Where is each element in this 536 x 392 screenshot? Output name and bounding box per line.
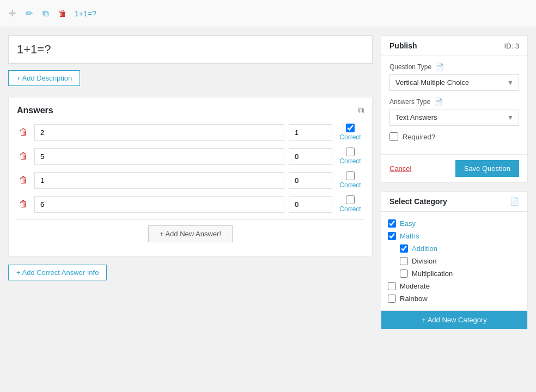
category-addition-checkbox[interactable] (400, 244, 408, 253)
save-question-label: Save Question (464, 164, 510, 173)
required-label: Required? (403, 133, 435, 141)
add-description-button[interactable]: + Add Description (8, 70, 80, 86)
copy-icon[interactable]: ⧉ (40, 7, 51, 21)
category-title: Select Category (389, 197, 447, 206)
category-multiplication-checkbox[interactable] (400, 270, 408, 278)
toolbar: ✛ ✏ ⧉ 🗑 1+1=? (0, 0, 536, 27)
delete-answer-3-button[interactable]: 🗑 (17, 174, 30, 186)
answer-1-correct-wrap: Correct (337, 124, 364, 141)
delete-answer-2-button[interactable]: 🗑 (17, 150, 30, 162)
category-moderate-label: Moderate (400, 282, 430, 290)
toolbar-title: 1+1=? (75, 9, 96, 18)
category-item-easy: Easy (388, 217, 521, 230)
category-header: Select Category 📄 (381, 192, 527, 212)
category-multiplication-label: Multiplication (412, 270, 453, 278)
category-item-maths: Maths (388, 230, 521, 242)
answer-4-correct-label: Correct (339, 205, 361, 213)
category-rainbow-label: Rainbow (400, 295, 428, 303)
category-body: Easy Maths Addition Division (381, 212, 527, 310)
answers-divider (17, 219, 364, 220)
publish-footer: Cancel Save Question (381, 154, 527, 182)
save-question-button[interactable]: Save Question (455, 160, 519, 177)
question-title-input[interactable] (8, 35, 373, 64)
answer-2-text-input[interactable] (34, 148, 284, 165)
delete-answer-4-button[interactable]: 🗑 (17, 198, 30, 210)
answer-1-text-input[interactable] (34, 124, 284, 141)
answer-4-correct-checkbox[interactable] (346, 195, 355, 204)
delete-answer-1-button[interactable]: 🗑 (17, 126, 30, 138)
question-type-select[interactable]: Vertical Multiple Choice Horizontal Mult… (389, 74, 519, 91)
answer-3-correct-label: Correct (339, 181, 361, 189)
answer-3-score-input[interactable] (289, 172, 332, 189)
category-rainbow-checkbox[interactable] (388, 295, 396, 303)
add-answer-label: + Add New Answer! (160, 230, 221, 238)
answer-2-correct-wrap: Correct (337, 148, 364, 165)
publish-title: Publish (389, 41, 417, 50)
publish-header: Publish ID: 3 (381, 36, 527, 56)
delete-icon[interactable]: 🗑 (56, 7, 69, 21)
question-type-icon: 📄 (435, 63, 444, 71)
answer-row: 🗑 Correct (17, 148, 364, 165)
category-footer: + Add New Category (381, 310, 527, 329)
category-item-moderate: Moderate (388, 280, 521, 292)
category-easy-label: Easy (400, 219, 416, 228)
answer-1-score-input[interactable] (289, 124, 332, 141)
category-addition-label: Addition (412, 244, 437, 253)
question-type-label: Question Type 📄 (389, 63, 519, 71)
question-type-label-text: Question Type (389, 63, 431, 71)
answer-row: 🗑 Correct (17, 195, 364, 213)
answers-type-select[interactable]: Text Answers Image Answers (389, 109, 519, 126)
cancel-button[interactable]: Cancel (389, 164, 411, 173)
main-layout: + Add Description Answers ⧉ 🗑 Correct 🗑 (0, 27, 536, 338)
category-division-checkbox[interactable] (400, 257, 408, 265)
answer-4-score-input[interactable] (289, 196, 332, 213)
answers-header: Answers ⧉ (17, 106, 364, 115)
answer-1-correct-checkbox[interactable] (346, 124, 355, 132)
edit-icon[interactable]: ✏ (23, 6, 35, 21)
add-category-button[interactable]: + Add New Category (381, 311, 527, 329)
category-item-addition: Addition (400, 242, 521, 255)
answers-heading: Answers (17, 106, 53, 115)
category-maths-label: Maths (400, 232, 419, 240)
add-answer-button[interactable]: + Add New Answer! (148, 225, 233, 242)
answers-type-select-wrap: Text Answers Image Answers ▼ (389, 109, 519, 126)
category-box: Select Category 📄 Easy Maths Addit (381, 191, 528, 329)
required-checkbox[interactable] (389, 132, 398, 141)
answer-2-correct-label: Correct (339, 157, 361, 165)
answer-2-correct-checkbox[interactable] (346, 148, 355, 156)
question-type-select-wrap: Vertical Multiple Choice Horizontal Mult… (389, 74, 519, 91)
left-panel: + Add Description Answers ⧉ 🗑 Correct 🗑 (8, 35, 373, 280)
required-row: Required? (389, 132, 519, 141)
move-icon[interactable]: ✛ (7, 6, 18, 21)
add-correct-answer-info-button[interactable]: + Add Correct Answer Info (8, 265, 107, 280)
answer-4-text-input[interactable] (34, 196, 284, 213)
category-item-division: Division (400, 255, 521, 267)
add-category-label: + Add New Category (422, 316, 487, 324)
right-panel: Publish ID: 3 Question Type 📄 Vertical M… (381, 35, 528, 329)
category-item-rainbow: Rainbow (388, 292, 521, 305)
category-copy-icon: 📄 (510, 197, 519, 206)
answer-4-correct-wrap: Correct (337, 195, 364, 213)
answer-1-correct-label: Correct (339, 133, 361, 141)
answers-type-label: Answers Type 📄 (389, 97, 519, 106)
answer-row: 🗑 Correct (17, 124, 364, 141)
answer-3-correct-wrap: Correct (337, 171, 364, 189)
answer-2-score-input[interactable] (289, 148, 332, 165)
answers-type-icon: 📄 (434, 97, 443, 106)
category-easy-checkbox[interactable] (388, 219, 396, 228)
cancel-label: Cancel (389, 164, 411, 173)
publish-id: ID: 3 (504, 42, 519, 50)
category-item-multiplication: Multiplication (400, 267, 521, 280)
add-correct-info-label: + Add Correct Answer Info (16, 268, 99, 277)
answer-row: 🗑 Correct (17, 171, 364, 189)
category-maths-checkbox[interactable] (388, 232, 396, 240)
category-division-label: Division (412, 257, 437, 265)
answers-type-label-text: Answers Type (389, 98, 430, 106)
answer-3-correct-checkbox[interactable] (346, 171, 355, 180)
answers-copy-icon: ⧉ (358, 106, 364, 115)
category-moderate-checkbox[interactable] (388, 282, 396, 290)
publish-box: Publish ID: 3 Question Type 📄 Vertical M… (381, 35, 528, 183)
answer-3-text-input[interactable] (34, 172, 284, 189)
publish-body: Question Type 📄 Vertical Multiple Choice… (381, 56, 527, 154)
answers-section: Answers ⧉ 🗑 Correct 🗑 Cor (8, 97, 373, 256)
